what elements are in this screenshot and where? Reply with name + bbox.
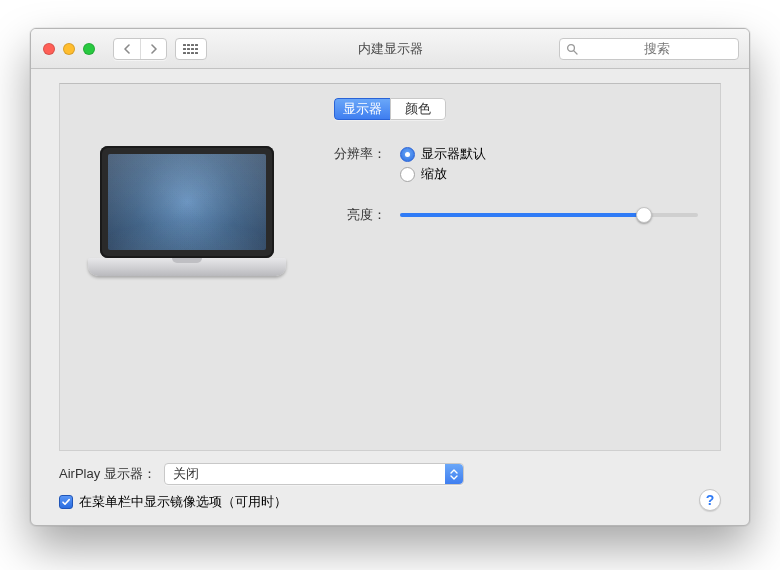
titlebar: 内建显示器 [31, 29, 749, 69]
minimize-button[interactable] [63, 43, 75, 55]
radio-checked-icon [400, 147, 415, 162]
window-controls [43, 43, 95, 55]
radio-unchecked-icon [400, 167, 415, 182]
nav-segmented [113, 38, 167, 60]
resolution-option-scaled[interactable]: 缩放 [400, 164, 698, 184]
forward-button[interactable] [140, 39, 166, 59]
settings-column: 分辨率： 显示器默认 缩放 [322, 144, 698, 276]
search-field[interactable] [559, 38, 739, 60]
bottom-bar: AirPlay 显示器： 关闭 在菜单栏中显示镜像选项（可用时） [59, 463, 721, 511]
slider-thumb[interactable] [636, 207, 652, 223]
brightness-label: 亮度： [322, 206, 386, 224]
slider-fill [400, 213, 644, 217]
airplay-label: AirPlay 显示器： [59, 465, 156, 483]
resolution-row: 分辨率： 显示器默认 缩放 [322, 144, 698, 184]
resolution-option-scaled-label: 缩放 [421, 165, 447, 183]
zoom-button[interactable] [83, 43, 95, 55]
show-all-button[interactable] [175, 38, 207, 60]
display-preview [82, 144, 292, 276]
tab-color[interactable]: 颜色 [390, 98, 446, 120]
resolution-option-default-label: 显示器默认 [421, 145, 486, 163]
resolution-label: 分辨率： [322, 144, 386, 163]
mirroring-label: 在菜单栏中显示镜像选项（可用时） [79, 493, 287, 511]
content-panel: 显示器 颜色 [59, 83, 721, 451]
resolution-option-default[interactable]: 显示器默认 [400, 144, 698, 164]
close-button[interactable] [43, 43, 55, 55]
tab-bar: 显示器 颜色 [82, 98, 698, 120]
brightness-row: 亮度： [322, 206, 698, 224]
airplay-popup[interactable]: 关闭 [164, 463, 464, 485]
checkbox-checked-icon [59, 495, 73, 509]
svg-line-1 [574, 50, 577, 53]
chevron-right-icon [150, 44, 158, 54]
airplay-row: AirPlay 显示器： 关闭 [59, 463, 721, 485]
airplay-value: 关闭 [173, 465, 199, 483]
search-input[interactable] [582, 41, 732, 56]
tab-display[interactable]: 显示器 [334, 98, 390, 120]
mirroring-row[interactable]: 在菜单栏中显示镜像选项（可用时） [59, 493, 721, 511]
back-button[interactable] [114, 39, 140, 59]
help-button[interactable]: ? [699, 489, 721, 511]
laptop-icon [88, 146, 286, 276]
grid-icon [183, 44, 199, 54]
chevron-left-icon [123, 44, 131, 54]
window-body: 显示器 颜色 [31, 69, 749, 525]
popup-arrows-icon [445, 464, 463, 484]
search-icon [566, 43, 578, 55]
preferences-window: 内建显示器 显示器 颜色 [30, 28, 750, 526]
brightness-slider[interactable] [400, 207, 698, 223]
help-icon: ? [706, 492, 715, 508]
